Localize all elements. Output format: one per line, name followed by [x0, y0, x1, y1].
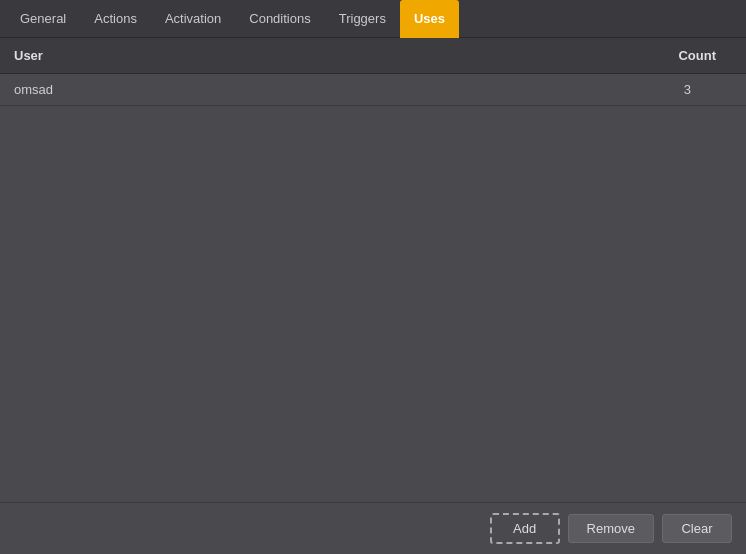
col-header-user: User — [0, 38, 337, 74]
cell-count: 3 — [337, 74, 746, 106]
col-header-count: Count — [337, 38, 746, 74]
tab-uses[interactable]: Uses — [400, 0, 459, 38]
cell-user: omsad — [0, 74, 337, 106]
tab-bar: General Actions Activation Conditions Tr… — [0, 0, 746, 38]
tab-conditions[interactable]: Conditions — [235, 0, 324, 38]
tab-general[interactable]: General — [6, 0, 80, 38]
clear-button[interactable]: Clear — [662, 514, 732, 543]
add-button[interactable]: Add — [490, 513, 560, 544]
tab-triggers[interactable]: Triggers — [325, 0, 400, 38]
table-container: User Count omsad3 — [0, 38, 746, 502]
uses-table: User Count omsad3 — [0, 38, 746, 106]
remove-button[interactable]: Remove — [568, 514, 654, 543]
tab-activation[interactable]: Activation — [151, 0, 235, 38]
footer: Add Remove Clear — [0, 502, 746, 554]
app-container: General Actions Activation Conditions Tr… — [0, 0, 746, 554]
table-row[interactable]: omsad3 — [0, 74, 746, 106]
tab-actions[interactable]: Actions — [80, 0, 151, 38]
